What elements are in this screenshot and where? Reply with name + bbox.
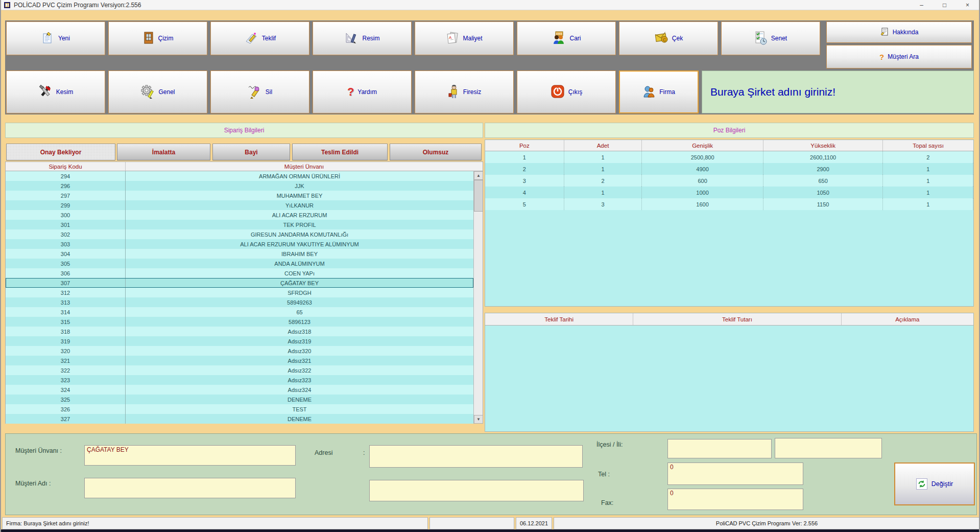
adres-field-2[interactable]	[369, 480, 584, 501]
yardim-label: Yardım	[357, 88, 377, 96]
il-field[interactable]	[775, 438, 882, 458]
tab-bayi[interactable]: Bayi	[212, 144, 290, 160]
table-row[interactable]: 324 Adsız324	[6, 385, 473, 395]
column-header-adet[interactable]: Adet	[564, 140, 642, 151]
musteri-adi-field[interactable]	[84, 478, 296, 498]
hakkinda-button[interactable]: Hakkında	[826, 21, 972, 43]
power-icon	[551, 84, 565, 100]
kesim-button[interactable]: Kesim	[6, 71, 105, 113]
toolbar: Yeni Çizim Teklif Resim A Maliyet Cari C…	[5, 20, 974, 114]
cek-button[interactable]: C Çek	[619, 21, 718, 55]
yeni-button[interactable]: Yeni	[6, 21, 105, 55]
tel-field[interactable]: 0	[667, 462, 803, 485]
table-row[interactable]: 320 Adsız320	[6, 346, 473, 356]
column-header-teklif-tutari[interactable]: Teklif Tutarı	[633, 313, 841, 325]
close-button[interactable]: ×	[956, 0, 979, 10]
table-row[interactable]: 315 5896123	[6, 317, 473, 327]
genislik-cell: 4900	[642, 163, 763, 175]
maliyet-button[interactable]: A Maliyet	[415, 21, 514, 55]
adresi-label: Adresi	[315, 449, 332, 456]
table-row[interactable]: 304 IBRAHIM BEY	[6, 249, 473, 259]
adres-field-1[interactable]	[369, 445, 583, 468]
table-row[interactable]: 1 1 2500,800 2600,1100 2	[485, 151, 973, 163]
table-row[interactable]: 314 65	[6, 307, 473, 317]
yardim-button[interactable]: ? Yardım	[313, 71, 412, 113]
table-row[interactable]: 322 Adsız322	[6, 365, 473, 375]
table-row[interactable]: 305 ANDA ALÜMINYUM	[6, 259, 473, 268]
topal-sayisi-cell: 1	[883, 187, 973, 198]
scroll-up-icon[interactable]: ▲	[474, 171, 483, 180]
tab-imalatta[interactable]: İmalatta	[117, 144, 210, 160]
sil-button[interactable]: Sil	[210, 71, 309, 113]
yukseklik-cell: 2600,1100	[763, 151, 883, 163]
company-people-icon	[642, 85, 656, 100]
musteri-unvani-cell: Adsız324	[126, 385, 473, 395]
degistir-button[interactable]: Değiştir	[894, 462, 975, 505]
table-row[interactable]: 302 GIRESUN JANDARMA KOMUTANLıĞı	[6, 229, 473, 239]
siparis-kodu-cell: 319	[6, 336, 126, 346]
tab-olumsuz[interactable]: Olumsuz	[390, 144, 482, 160]
column-header-musteri-unvani[interactable]: Müşteri Ünvanı	[126, 162, 483, 171]
teklif-button[interactable]: Teklif	[210, 21, 309, 55]
scrollbar-thumb[interactable]	[474, 180, 483, 212]
tab-onay-bekliyor[interactable]: Onay Bekliyor	[6, 144, 115, 160]
table-row[interactable]: 297 MUHAMMET BEY	[6, 191, 473, 200]
firma-button[interactable]: Firma	[619, 71, 699, 113]
cikis-button[interactable]: Çıkış	[517, 71, 616, 113]
table-row[interactable]: 327 DENEME	[6, 414, 473, 424]
column-header-teklif-tarihi[interactable]: Teklif Tarihi	[485, 313, 633, 325]
table-row[interactable]: 319 Adsız319	[6, 336, 473, 346]
table-row[interactable]: 312 SFRDGH	[6, 288, 473, 297]
column-header-aciklama[interactable]: Açıklama	[842, 313, 973, 325]
table-row[interactable]: 307 ÇAĞATAY BEY	[6, 278, 473, 288]
table-row[interactable]: 4 1 1000 1050 1	[485, 187, 973, 198]
ilce-field[interactable]	[667, 439, 772, 458]
column-header-poz[interactable]: Poz	[485, 140, 564, 151]
firesiz-button[interactable]: Firesiz	[415, 71, 514, 113]
cari-button[interactable]: Cari	[517, 21, 616, 55]
siparis-kodu-cell: 302	[6, 229, 126, 239]
fax-field[interactable]: 0	[667, 489, 803, 510]
maximize-button[interactable]: □	[933, 0, 956, 10]
table-row[interactable]: 2 1 4900 2900 1	[485, 163, 973, 175]
table-row[interactable]: 301 TEK PROFIL	[6, 220, 473, 229]
table-row[interactable]: 299 YıLKANUR	[6, 200, 473, 210]
musteri-unvani-field[interactable]: ÇAĞATAY BEY	[84, 445, 296, 466]
table-row[interactable]: 296 JJK	[6, 181, 473, 191]
siparis-kodu-cell: 306	[6, 268, 126, 278]
tab-teslim-edildi[interactable]: Teslim Edildi	[292, 144, 388, 160]
musteri-unvani-cell: 65	[126, 307, 473, 317]
musteri-unvani-cell: Adsız321	[126, 356, 473, 365]
vertical-scrollbar[interactable]: ▲ ▼	[473, 171, 483, 424]
table-row[interactable]: 325 DENEME	[6, 395, 473, 404]
table-row[interactable]: 5 3 1600 1150 1	[485, 198, 973, 210]
resim-button[interactable]: Resim	[313, 21, 412, 55]
table-row[interactable]: 300 ALI ACAR ERZURUM	[6, 210, 473, 220]
table-row[interactable]: 326 TEST	[6, 404, 473, 414]
table-row[interactable]: 3 2 600 650 1	[485, 175, 973, 187]
table-row[interactable]: 323 Adsız323	[6, 375, 473, 385]
cari-label: Cari	[569, 35, 581, 42]
column-header-topal-sayisi[interactable]: Topal sayısı	[883, 140, 973, 151]
table-row[interactable]: 321 Adsız321	[6, 356, 473, 365]
table-row[interactable]: 318 Adsız318	[6, 327, 473, 336]
column-header-siparis-kodu[interactable]: Sipariş Kodu	[6, 162, 126, 171]
scroll-down-icon[interactable]: ▼	[474, 415, 483, 424]
siparis-kodu-cell: 304	[6, 249, 126, 259]
musteri-unvani-cell: ARMAĞAN ORMAN ÜRÜNLERİ	[126, 171, 473, 181]
table-row[interactable]: 306 COEN YAPı	[6, 268, 473, 278]
column-header-genislik[interactable]: Genişlik	[642, 140, 763, 151]
column-header-yukseklik[interactable]: Yükseklik	[763, 140, 883, 151]
adet-cell: 1	[564, 187, 642, 198]
genel-button[interactable]: Genel	[108, 71, 207, 113]
musteri-ara-button[interactable]: ? Müşteri Ara	[826, 45, 972, 68]
minimize-button[interactable]: –	[910, 0, 933, 10]
siparis-kodu-cell: 314	[6, 307, 126, 317]
musteri-unvani-cell: TEK PROFIL	[126, 220, 473, 229]
senet-button[interactable]: Senet	[721, 21, 820, 55]
table-row[interactable]: 303 ALI ACAR ERZURUM YAKUTIYE ALÜMINYUM	[6, 239, 473, 249]
table-row[interactable]: 313 58949263	[6, 297, 473, 307]
table-row[interactable]: 294 ARMAĞAN ORMAN ÜRÜNLERİ	[6, 171, 473, 181]
cizim-button[interactable]: Çizim	[108, 21, 207, 55]
titlebar: POLİCAD PVC Çizim Programı Versiyon:2.55…	[1, 0, 979, 10]
